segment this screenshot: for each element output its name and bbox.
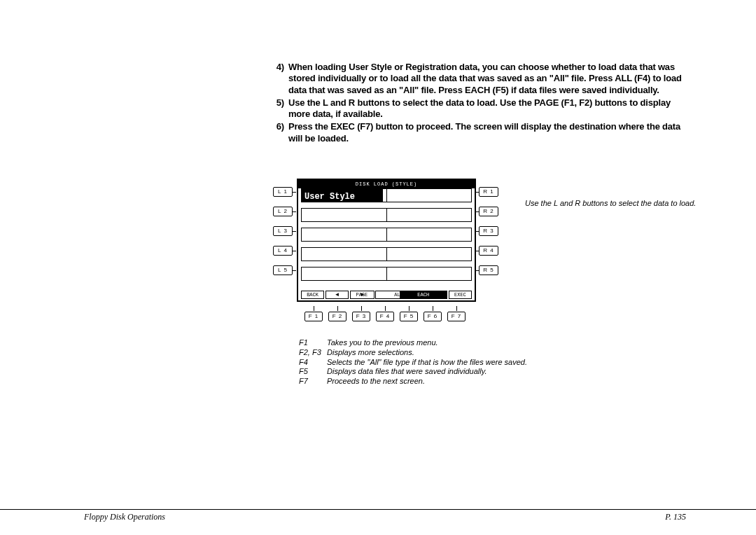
f4-button[interactable]: F 4 [376,312,394,321]
instruction-number: 5) [267,97,284,120]
legend-row: F5Displays data files that were saved in… [299,367,565,377]
page-next-button[interactable]: ► [350,291,374,299]
l3-button[interactable]: L 3 [273,226,293,236]
instruction-text: When loading User Style or Registration … [288,62,687,96]
f-button-row: F 1 F 2 F 3 F 4 F 5 F 6 F 7 [273,312,497,321]
legend-desc: Proceeds to the next screen. [327,377,425,387]
l4-button[interactable]: L 4 [273,246,293,256]
legend-row: F2, F3Displays more selections. [299,348,565,358]
l2-button[interactable]: L 2 [273,207,293,216]
r1-button[interactable]: R 1 [479,187,498,197]
manual-page: 4) When loading User Style or Registrati… [0,0,756,535]
instruction-item: 5) Use the L and R buttons to select the… [267,97,687,120]
list-item[interactable] [301,228,472,242]
f1-button[interactable]: F 1 [304,312,323,321]
instruction-text: Use the L and R buttons to select the da… [288,97,687,120]
legend-desc: Displays data files that were saved indi… [327,367,486,377]
screen-bottom-bar: BACK ◄ PAGE ► ALL EACH EXEC [301,291,472,299]
r2-button[interactable]: R 2 [479,207,498,216]
legend-key: F7 [299,377,327,387]
legend-row: F1Takes you to the previous menu. [299,338,565,348]
list-item[interactable] [301,208,472,222]
list-item[interactable] [301,267,472,281]
l1-button[interactable]: L 1 [273,187,293,197]
f3-button[interactable]: F 3 [352,312,370,321]
each-button[interactable]: EACH [400,291,447,299]
instruction-number: 4) [267,62,284,96]
instruction-list: 4) When loading User Style or Registrati… [267,62,687,146]
selected-item-label: User Style [302,190,355,203]
footer-section-title: Floppy Disk Operations [84,512,165,522]
f7-button[interactable]: F 7 [447,312,465,321]
f2-button[interactable]: F 2 [328,312,346,321]
instruction-item: 4) When loading User Style or Registrati… [267,62,687,96]
footer-page-number: P. 135 [665,512,686,522]
legend-row: F4Selects the "All" file type if that is… [299,358,565,368]
screen-title: DISK LOAD (STYLE) [298,180,475,188]
f6-button[interactable]: F 6 [424,312,442,321]
r4-button[interactable]: R 4 [479,246,498,256]
l5-button[interactable]: L 5 [273,265,293,275]
list-item-selected[interactable]: User Style [301,188,472,202]
legend-key: F4 [299,358,327,368]
instruction-text: Press the EXEC (F7) button to proceed. T… [288,121,687,144]
exec-button[interactable]: EXEC [449,291,472,299]
lcd-screen: DISK LOAD (STYLE) User Style BACK ◄ PAG [297,179,476,302]
left-button-column: L 1 L 2 L 3 L 4 L 5 [273,179,291,285]
legend-key: F5 [299,367,327,377]
legend-desc: Displays more selections. [327,348,414,358]
instruction-number: 6) [267,121,284,144]
page-prev-button[interactable]: ◄ [326,291,349,299]
f5-button[interactable]: F 5 [400,312,418,321]
legend-desc: Selects the "All" file type if that is h… [327,358,527,368]
list-item[interactable] [301,247,472,261]
function-key-legend: F1Takes you to the previous menu. F2, F3… [299,338,565,387]
footer-divider [0,509,756,510]
legend-key: F1 [299,338,327,348]
legend-key: F2, F3 [299,348,327,358]
right-button-column: R 1 R 2 R 3 R 4 R 5 [479,179,497,285]
diagram-caption: Use the L and R buttons to select the da… [525,199,707,207]
screen-diagram: L 1 L 2 L 3 L 4 L 5 R 1 R 2 R 3 R 4 R 5 [273,179,497,321]
legend-desc: Takes you to the previous menu. [327,338,438,348]
r5-button[interactable]: R 5 [479,265,498,275]
screen-body: User Style [301,188,472,289]
back-button[interactable]: BACK [301,291,324,299]
instruction-item: 6) Press the EXEC (F7) button to proceed… [267,121,687,144]
r3-button[interactable]: R 3 [479,226,498,236]
legend-row: F7Proceeds to the next screen. [299,377,565,387]
